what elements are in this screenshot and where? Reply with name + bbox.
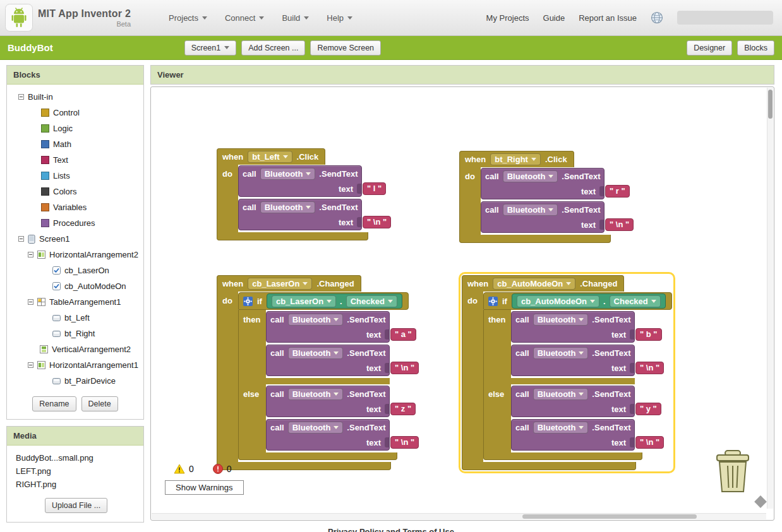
text-string-block[interactable]: " \n " (635, 436, 664, 449)
property-dropdown[interactable]: Checked (610, 295, 661, 307)
component-dropdown[interactable]: Bluetooth (533, 347, 589, 359)
text-string-block[interactable]: " r " (605, 185, 630, 198)
if-then-else-block[interactable]: if cb_AutoModeOn . Checked then (483, 292, 672, 460)
call-bluetooth-sendtext-block[interactable]: call Bluetooth .SendText text (266, 386, 390, 417)
tree-item-screen1[interactable]: Screen1 (7, 231, 143, 247)
call-bluetooth-sendtext-block[interactable]: call Bluetooth .SendText text " r " (481, 168, 605, 199)
tree-item-cb-laseron[interactable]: cb_LaserOn (7, 263, 143, 278)
blocks-view-button[interactable]: Blocks (737, 40, 774, 56)
delete-button[interactable]: Delete (81, 396, 118, 411)
call-bluetooth-sendtext-block[interactable]: call Bluetooth .SendText text (511, 386, 635, 417)
call-bluetooth-sendtext-block[interactable]: call Bluetooth .SendText text (511, 311, 635, 343)
media-file-left[interactable]: LEFT.png (7, 465, 143, 478)
footer-links[interactable]: Privacy Policy and Terms of Use (0, 527, 782, 532)
show-warnings-button[interactable]: Show Warnings (165, 480, 244, 495)
screen-selector-button[interactable]: Screen1 (184, 40, 237, 56)
trash-can-icon[interactable] (714, 449, 751, 496)
palette-item-logic[interactable]: Logic (7, 121, 143, 136)
property-getter-block[interactable]: cb_AutoModeOn . Checked (512, 293, 666, 309)
event-source-dropdown[interactable]: cb_LaserOn (248, 278, 312, 290)
palette-item-math[interactable]: Math (7, 136, 143, 152)
rename-button[interactable]: Rename (32, 396, 76, 411)
when-cb-laseron-changed-block[interactable]: when cb_LaserOn .Changed do if (217, 275, 409, 470)
vertical-scrollbar[interactable] (767, 88, 773, 509)
tree-item-bt-pairdevice[interactable]: bt_PairDevice (7, 373, 143, 389)
call-bluetooth-sendtext-block[interactable]: call Bluetooth .SendText text (511, 345, 635, 376)
media-file-buddybot[interactable]: BuddyBot...small.png (7, 452, 143, 465)
text-string-block[interactable]: " \n " (363, 216, 391, 228)
mutator-gear-icon[interactable] (488, 297, 498, 306)
when-cb-automodeon-changed-block[interactable]: when cb_AutoModeOn .Changed do if (462, 275, 672, 470)
collapse-icon[interactable] (28, 362, 33, 368)
language-globe-icon[interactable] (651, 11, 663, 24)
component-dropdown[interactable]: Bluetooth (288, 422, 344, 434)
event-source-dropdown[interactable]: bt_Left (248, 151, 292, 163)
component-dropdown[interactable]: Bluetooth (288, 388, 344, 400)
vertical-scrollbar-thumb[interactable] (768, 90, 773, 119)
tree-item-horizontalarrangement1[interactable]: HorizontalArrangement1 (7, 357, 143, 373)
menu-projects[interactable]: Projects (169, 13, 207, 23)
mutator-gear-icon[interactable] (243, 297, 253, 306)
property-getter-block[interactable]: cb_LaserOn . Checked (267, 293, 402, 309)
menu-help[interactable]: Help (327, 13, 352, 23)
component-dropdown[interactable]: Bluetooth (503, 170, 558, 182)
upload-file-button[interactable]: Upload File ... (45, 498, 107, 513)
blocks-canvas[interactable]: when bt_Left .Click do call Bluetooth .S… (150, 86, 774, 521)
palette-item-text[interactable]: Text (7, 152, 143, 168)
palette-item-colors[interactable]: Colors (7, 184, 143, 199)
media-file-right[interactable]: RIGHT.png (7, 478, 143, 492)
component-dropdown[interactable]: Bluetooth (260, 168, 316, 180)
call-bluetooth-sendtext-block[interactable]: call Bluetooth .SendText text " \n " (238, 199, 362, 230)
text-string-block[interactable]: " b " (635, 328, 662, 341)
when-bt-left-click-block[interactable]: when bt_Left .Click do call Bluetooth .S… (217, 148, 368, 240)
palette-item-variables[interactable]: Variables (7, 199, 143, 215)
call-bluetooth-sendtext-block[interactable]: call Bluetooth .SendText text (266, 345, 390, 376)
nav-guide[interactable]: Guide (543, 13, 565, 23)
text-string-block[interactable]: " y " (635, 403, 661, 415)
text-string-block[interactable]: " \n " (635, 362, 664, 374)
event-source-dropdown[interactable]: bt_Right (490, 153, 541, 165)
text-string-block[interactable]: " a " (390, 328, 416, 341)
event-source-dropdown[interactable]: cb_AutoModeOn (493, 278, 575, 290)
palette-item-procedures[interactable]: Procedures (7, 215, 143, 231)
call-bluetooth-sendtext-block[interactable]: call Bluetooth .SendText text " \n " (481, 201, 605, 233)
component-dropdown[interactable]: Bluetooth (533, 314, 589, 326)
call-bluetooth-sendtext-block[interactable]: call Bluetooth .SendText text (266, 311, 390, 343)
component-dropdown[interactable]: Bluetooth (503, 204, 558, 216)
when-bt-right-click-block[interactable]: when bt_Right .Click do call Bluetooth .… (459, 151, 611, 243)
if-then-else-block[interactable]: if cb_LaserOn . Checked then (238, 292, 409, 460)
tree-item-bt-right[interactable]: bt_Right (7, 326, 143, 341)
app-inventor-logo-icon[interactable] (5, 4, 33, 32)
palette-item-control[interactable]: Control (7, 105, 143, 121)
tree-item-built-in[interactable]: Built-in (7, 89, 143, 105)
designer-view-button[interactable]: Designer (687, 40, 732, 56)
nav-report-an-issue[interactable]: Report an Issue (579, 13, 637, 23)
text-string-block[interactable]: " \n " (605, 218, 634, 231)
text-string-block[interactable]: " l " (363, 182, 386, 195)
nav-my-projects[interactable]: My Projects (486, 13, 529, 23)
palette-item-lists[interactable]: Lists (7, 168, 143, 184)
component-dropdown[interactable]: Bluetooth (288, 347, 344, 359)
horizontal-scrollbar-thumb[interactable] (522, 514, 697, 519)
add-screen-button[interactable]: Add Screen ... (241, 40, 305, 56)
collapse-icon[interactable] (28, 252, 33, 257)
call-bluetooth-sendtext-block[interactable]: call Bluetooth .SendText text " l " (238, 165, 362, 197)
collapse-icon[interactable] (18, 94, 24, 100)
property-dropdown[interactable]: Checked (346, 295, 397, 307)
component-dropdown[interactable]: Bluetooth (533, 422, 589, 434)
call-bluetooth-sendtext-block[interactable]: call Bluetooth .SendText text (511, 419, 635, 451)
user-account-redacted[interactable] (677, 11, 773, 25)
text-string-block[interactable]: " \n " (390, 362, 419, 374)
tree-item-cb-automodeon[interactable]: cb_AutoModeOn (7, 278, 143, 294)
component-dropdown[interactable]: cb_LaserOn (272, 295, 336, 307)
collapse-icon[interactable] (28, 299, 33, 305)
tree-item-verticalarrangement2[interactable]: VerticalArrangement2 (7, 341, 143, 357)
collapse-icon[interactable] (18, 236, 24, 242)
menu-connect[interactable]: Connect (225, 13, 264, 23)
component-dropdown[interactable]: cb_AutoModeOn (517, 295, 599, 307)
text-string-block[interactable]: " z " (390, 403, 416, 415)
text-string-block[interactable]: " \n " (390, 436, 419, 449)
tree-item-bt-left[interactable]: bt_Left (7, 310, 143, 326)
call-bluetooth-sendtext-block[interactable]: call Bluetooth .SendText text (266, 419, 390, 451)
remove-screen-button[interactable]: Remove Screen (310, 40, 381, 56)
